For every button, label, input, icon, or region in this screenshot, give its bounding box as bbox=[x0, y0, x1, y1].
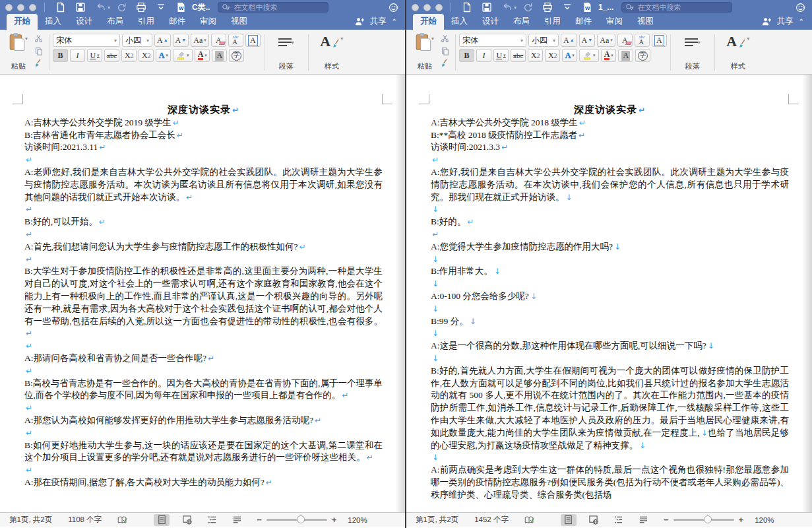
zoom-slider-thumb[interactable] bbox=[297, 515, 305, 523]
document-canvas[interactable]: 深度访谈实录↵A:吉林大学公共外交学院 2018 级学生↵B:**高校 2018… bbox=[406, 75, 812, 512]
zoom-control[interactable]: − + 120% bbox=[664, 515, 774, 525]
document-text[interactable]: 深度访谈实录↵A:吉林大学公共外交学院 2019 级学生↵B:吉林省通化市青年志… bbox=[24, 104, 383, 489]
text-effects-button[interactable]: A▾ bbox=[156, 49, 171, 62]
cut-icon[interactable] bbox=[34, 34, 43, 43]
phonetic-guide-button[interactable]: abcA bbox=[228, 34, 243, 47]
font-size-select[interactable]: 小四▾ bbox=[528, 34, 559, 47]
tab-home[interactable]: 开始 bbox=[7, 14, 38, 30]
bold-button[interactable]: B bbox=[459, 49, 474, 62]
clear-formatting-button[interactable]: A bbox=[211, 34, 226, 47]
zoom-control[interactable]: − + 120% bbox=[257, 515, 367, 525]
close-button[interactable] bbox=[5, 4, 13, 11]
spellcheck-icon[interactable] bbox=[117, 515, 127, 525]
feedback-smiley-icon[interactable]: ▾ bbox=[389, 3, 400, 13]
web-layout-view-button[interactable] bbox=[586, 514, 602, 526]
draft-view-button[interactable] bbox=[229, 514, 245, 526]
subscript-button[interactable]: X2 bbox=[121, 49, 137, 62]
share-person-plus-icon[interactable] bbox=[761, 16, 772, 26]
zoom-button[interactable] bbox=[29, 4, 36, 11]
superscript-button[interactable]: X2 bbox=[545, 49, 560, 62]
collapse-ribbon-icon[interactable]: ⌃ bbox=[392, 18, 397, 25]
save-icon[interactable] bbox=[482, 2, 492, 13]
search-scope-caret[interactable]: ▾ bbox=[227, 5, 230, 11]
print-layout-view-button[interactable] bbox=[561, 514, 577, 526]
format-painter-icon[interactable] bbox=[441, 59, 449, 67]
tab-layout[interactable]: 布局 bbox=[506, 14, 537, 30]
toolbar-more-icon[interactable] bbox=[562, 2, 573, 13]
change-case-button[interactable]: Aa▾ bbox=[191, 34, 209, 47]
word-count[interactable]: 1108 个字 bbox=[68, 515, 102, 525]
format-painter-icon[interactable] bbox=[34, 59, 43, 67]
zoom-button[interactable] bbox=[435, 4, 443, 11]
zoom-in-button[interactable]: + bbox=[739, 515, 744, 525]
new-document-icon[interactable] bbox=[55, 2, 66, 13]
character-shading-button[interactable]: A bbox=[212, 49, 227, 62]
enclose-characters-button[interactable]: 字 bbox=[635, 49, 650, 62]
zoom-percentage[interactable]: 120% bbox=[348, 516, 367, 524]
toolbar-more-icon[interactable] bbox=[156, 2, 166, 13]
close-button[interactable] bbox=[412, 4, 419, 11]
styles-group-button[interactable]: A ▾ 样式 bbox=[718, 33, 758, 72]
strikethrough-button[interactable]: abc bbox=[104, 49, 119, 62]
feedback-smiley-icon[interactable]: ▾ bbox=[796, 3, 807, 13]
draft-view-button[interactable] bbox=[636, 514, 652, 526]
tab-mailings[interactable]: 邮件 bbox=[568, 14, 599, 30]
minimize-button[interactable] bbox=[423, 4, 431, 11]
outline-view-button[interactable] bbox=[204, 514, 220, 526]
character-border-button[interactable]: A bbox=[652, 34, 667, 47]
tab-review[interactable]: 审阅 bbox=[599, 14, 630, 30]
traffic-lights[interactable] bbox=[412, 4, 443, 11]
search-input[interactable]: ▾ 在文档中搜索 bbox=[218, 2, 328, 13]
zoom-out-button[interactable]: − bbox=[257, 515, 262, 525]
tab-view[interactable]: 视图 bbox=[630, 14, 661, 30]
print-layout-view-button[interactable] bbox=[154, 514, 170, 526]
copy-icon[interactable] bbox=[441, 47, 449, 55]
search-scope-caret[interactable]: ▾ bbox=[631, 5, 633, 11]
outline-view-button[interactable] bbox=[611, 514, 627, 526]
superscript-button[interactable]: X2 bbox=[139, 49, 154, 62]
document-text[interactable]: 深度访谈实录↵A:吉林大学公共外交学院 2018 级学生↵B:**高校 2018… bbox=[431, 104, 789, 502]
tab-design[interactable]: 设计 bbox=[475, 14, 506, 30]
text-effects-button[interactable]: A▾ bbox=[562, 49, 577, 62]
zoom-out-button[interactable]: − bbox=[664, 515, 669, 525]
font-color-button[interactable]: A▾ bbox=[601, 49, 616, 62]
underline-button[interactable]: U▾ bbox=[493, 49, 509, 62]
undo-dropdown-caret[interactable]: ▾ bbox=[108, 5, 110, 11]
collapse-ribbon-icon[interactable]: ⌃ bbox=[799, 18, 804, 25]
spellcheck-icon[interactable] bbox=[524, 515, 534, 525]
undo-icon[interactable] bbox=[501, 2, 512, 13]
bold-button[interactable]: B bbox=[53, 49, 68, 62]
page-indicator[interactable]: 第1页, 共2页 bbox=[416, 515, 458, 525]
subscript-button[interactable]: X2 bbox=[528, 49, 543, 62]
page-indicator[interactable]: 第1页, 共2页 bbox=[9, 515, 52, 525]
tab-design[interactable]: 设计 bbox=[69, 14, 100, 30]
italic-button[interactable]: I bbox=[476, 49, 491, 62]
paste-button[interactable]: ▾ 粘贴 bbox=[4, 33, 33, 72]
redo-icon[interactable] bbox=[116, 2, 127, 13]
strikethrough-button[interactable]: abc bbox=[511, 49, 526, 62]
zoom-percentage[interactable]: 120% bbox=[755, 516, 774, 524]
highlight-button[interactable]: ▾ bbox=[173, 49, 193, 62]
paste-dropdown-caret[interactable]: ▾ bbox=[431, 36, 434, 42]
share-button[interactable]: 共享 bbox=[370, 16, 387, 27]
save-icon[interactable] bbox=[75, 2, 86, 13]
font-size-select[interactable]: 小四▾ bbox=[122, 34, 152, 47]
paragraph-group-button[interactable]: ▾ 段落 bbox=[674, 33, 711, 72]
zoom-slider[interactable] bbox=[673, 519, 734, 521]
underline-button[interactable]: U▾ bbox=[87, 49, 102, 62]
redo-icon[interactable] bbox=[522, 2, 533, 13]
search-input[interactable]: ▾ 在文档中搜索 bbox=[621, 2, 732, 13]
zoom-slider[interactable] bbox=[266, 519, 327, 521]
tab-references[interactable]: 引用 bbox=[131, 14, 162, 30]
italic-button[interactable]: I bbox=[70, 49, 85, 62]
tab-mailings[interactable]: 邮件 bbox=[162, 14, 193, 30]
cut-icon[interactable] bbox=[441, 34, 449, 43]
word-count[interactable]: 1452 个字 bbox=[474, 515, 509, 525]
zoom-in-button[interactable]: + bbox=[332, 515, 337, 525]
traffic-lights[interactable] bbox=[5, 4, 36, 11]
styles-group-button[interactable]: A ▾ 样式 bbox=[312, 33, 352, 72]
document-canvas[interactable]: 深度访谈实录↵A:吉林大学公共外交学院 2019 级学生↵B:吉林省通化市青年志… bbox=[0, 75, 405, 512]
grow-font-button[interactable]: A▲ bbox=[154, 34, 171, 47]
phonetic-guide-button[interactable]: abcA bbox=[635, 34, 650, 47]
shrink-font-button[interactable]: A▼ bbox=[173, 34, 189, 47]
